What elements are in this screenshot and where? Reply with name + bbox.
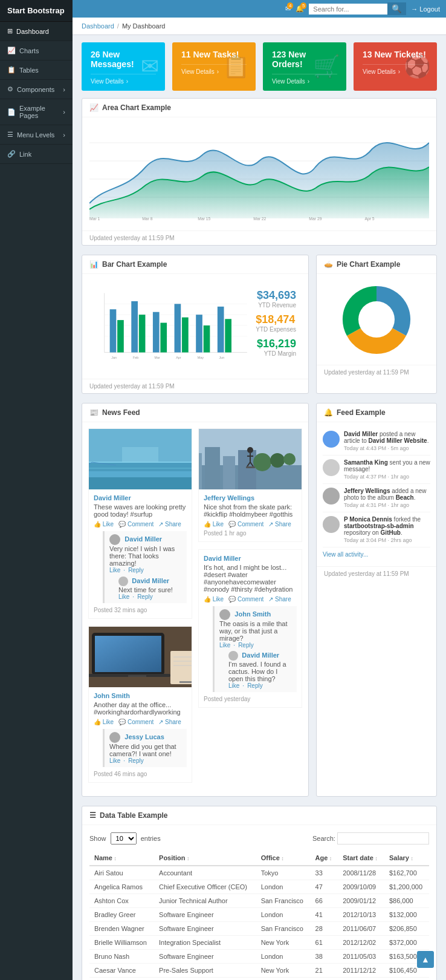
svg-rect-18 — [131, 301, 138, 353]
search-button[interactable]: 🔍 — [387, 2, 406, 15]
post-2-comment[interactable]: 💬 Comment — [118, 719, 154, 725]
col-position[interactable]: Position — [154, 851, 256, 866]
table-cell: $206,850 — [384, 922, 429, 936]
post-4-reply-btn[interactable]: Reply — [238, 642, 254, 648]
bar-chart-title: Bar Chart Example — [102, 260, 167, 269]
comment-1-reply[interactable]: Reply — [128, 567, 144, 573]
post-4-comment-actions: Like · Reply — [219, 642, 292, 648]
svg-point-65 — [283, 453, 296, 465]
table-row: Ashton CoxJunior Technical AuthorSan Fra… — [89, 894, 429, 908]
feed-item-4: P Monica Dennis forked the startbootstra… — [323, 512, 430, 547]
sidebar-item-label: Link — [19, 151, 31, 158]
post-4-sub-like[interactable]: Like — [228, 682, 239, 689]
table-cell: New York — [256, 978, 311, 981]
post-1-like[interactable]: 👍 Like — [94, 521, 114, 528]
search-box: 🔍 — [309, 2, 406, 15]
table-cell: Pre-Sales Support — [154, 964, 256, 978]
post-3-author[interactable]: Jeffery Wellings — [204, 494, 297, 501]
sidebar-item-link[interactable]: 🔗 Link — [0, 145, 73, 164]
scroll-top-button[interactable]: ▲ — [417, 951, 434, 968]
post-4-sub-commenter: David Miller — [242, 652, 279, 659]
post-2-like[interactable]: 👍 Like — [94, 719, 114, 725]
bar-chart-header: 📊 Bar Chart Example — [82, 255, 308, 274]
col-age[interactable]: Age — [311, 851, 338, 866]
bar-chart-footer: Updated yesterday at 11:59 PM — [82, 379, 308, 393]
col-office[interactable]: Office — [256, 851, 311, 866]
feed-title: Feed Example — [337, 408, 386, 417]
post-1-author[interactable]: David Miller — [94, 494, 187, 501]
link-icon: 🔗 — [7, 150, 16, 158]
logout-button[interactable]: → Logout — [411, 5, 440, 13]
post-3-share[interactable]: ↗ Share — [268, 521, 291, 528]
bar-chart-visual: Jan Feb Mar Apr May Jun — [88, 280, 250, 373]
search-input[interactable] — [309, 4, 387, 15]
table-cell: 66 — [311, 894, 338, 908]
orders-stat-icon: 🛒 — [313, 54, 340, 79]
table-search: Search: — [312, 832, 429, 844]
svg-rect-25 — [204, 325, 210, 353]
post-1-content: David Miller These waves are looking pre… — [89, 489, 192, 618]
feed-example-section: 🔔 Feed Example David Miller posted a new… — [316, 403, 437, 797]
col-name[interactable]: Name — [89, 851, 154, 866]
post-2-comment-like[interactable]: Like — [109, 757, 120, 764]
entries-select[interactable]: 10 25 50 — [111, 832, 137, 844]
post-4-share[interactable]: ↗ Share — [268, 596, 291, 603]
svg-rect-48 — [95, 636, 161, 672]
ytd-revenue: $34,693 YTD Revenue — [257, 289, 296, 309]
table-cell: Software Engineer — [154, 922, 256, 936]
post-2-author[interactable]: John Smith — [94, 692, 187, 699]
table-cell: Ashton Cox — [89, 894, 154, 908]
post-1-share[interactable]: ↗ Share — [158, 521, 181, 528]
table-search-input[interactable] — [337, 832, 429, 844]
sidebar-item-components[interactable]: ⚙ Components — [0, 80, 73, 99]
post-4-comment[interactable]: 💬 Comment — [228, 596, 263, 603]
feed-avatar-4 — [323, 516, 340, 533]
notifications-icon[interactable]: 🔔5 — [296, 5, 304, 13]
sidebar-item-example-pages[interactable]: 📄 Example Pages — [0, 99, 73, 125]
feed-time-3: Today at 4:31 PM · 1hr ago — [344, 502, 430, 508]
tickets-stat-icon: ⚽ — [404, 54, 431, 79]
post-2-share[interactable]: ↗ Share — [158, 719, 181, 725]
table-cell: $132,000 — [384, 908, 429, 922]
view-all-activity[interactable]: View all activity... — [323, 547, 430, 561]
comment-1-like[interactable]: Like — [109, 567, 120, 573]
sidebar-item-dashboard[interactable]: ⊞ Dashboard — [0, 22, 73, 41]
post-3-comment[interactable]: 💬 Comment — [228, 521, 263, 528]
post-4-like-btn[interactable]: Like — [219, 642, 230, 648]
col-start-date[interactable]: Start date — [338, 851, 384, 866]
post-4-like[interactable]: 👍 Like — [204, 596, 224, 603]
post-3-like[interactable]: 👍 Like — [204, 521, 224, 528]
post-4-commenter-text: The oasis is a mile that way, or is that… — [219, 620, 292, 642]
post-3-time: Posted 1 hr ago — [204, 530, 297, 537]
ytd-margin-value: $16,219 — [257, 338, 296, 350]
table-cell: $162,700 — [384, 866, 429, 880]
sidebar-item-tables[interactable]: 📋 Tables — [0, 60, 73, 80]
post-4-author[interactable]: David Miller — [204, 555, 297, 562]
notifications-badge: 5 — [300, 2, 306, 9]
app-brand: Start Bootstrap — [0, 0, 73, 22]
post-2-commenter-avatar — [109, 732, 120, 743]
table-cell: 2009/01/12 — [338, 894, 384, 908]
sidebar-item-charts[interactable]: 📈 Charts — [0, 41, 73, 60]
data-table-header: ☰ Data Table Example — [82, 806, 436, 825]
table-cell: 2011/12/06 — [338, 978, 384, 981]
sub-comment-reply[interactable]: Reply — [137, 593, 153, 600]
col-salary[interactable]: Salary — [384, 851, 429, 866]
news-feed-header: 📰 News Feed — [82, 403, 308, 422]
messages-badge: 4 — [287, 2, 293, 9]
table-cell: Accountant — [154, 866, 256, 880]
svg-point-35 — [358, 301, 395, 338]
dashboard-icon: ⊞ — [7, 27, 13, 35]
sub-comment-like[interactable]: Like — [118, 593, 129, 600]
post-4-commenter-avatar — [219, 609, 230, 620]
messages-icon[interactable]: ✉4 — [285, 5, 291, 13]
sidebar-item-menu-levels[interactable]: ☰ Menu Levels — [0, 125, 73, 145]
feed-text-3: Jeffery Wellings added a new photo to th… — [344, 488, 430, 508]
show-entries: Show 10 25 50 entries — [89, 832, 161, 844]
post-4-sub-reply[interactable]: Reply — [247, 682, 263, 689]
post-1-comment[interactable]: 💬 Comment — [118, 521, 154, 528]
breadcrumb-home[interactable]: Dashboard — [82, 22, 114, 30]
ytd-margin: $16,219 YTD Margin — [257, 338, 296, 357]
news-grid: David Miller These waves are looking pre… — [88, 428, 302, 790]
post-2-comment-reply[interactable]: Reply — [128, 757, 144, 764]
